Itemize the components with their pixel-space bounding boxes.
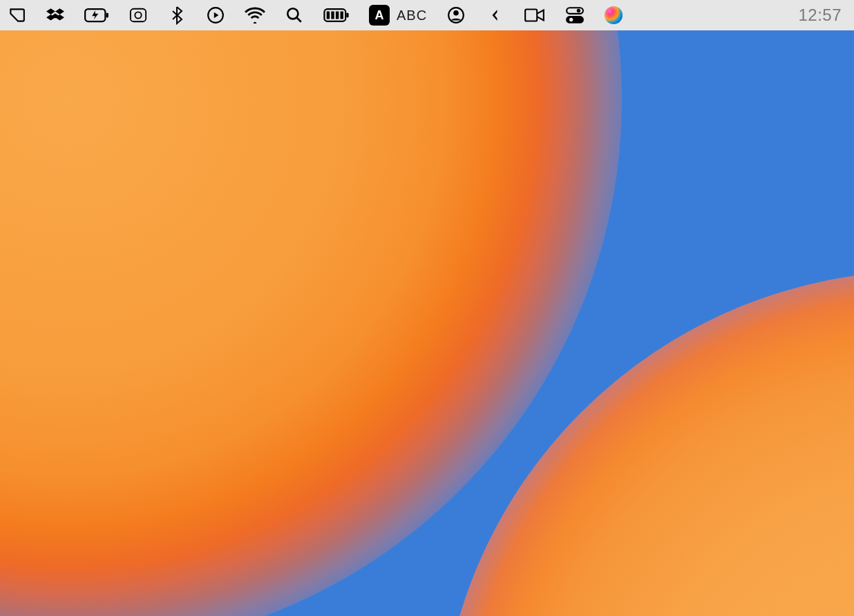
svg-rect-15	[567, 8, 583, 14]
now-playing-icon[interactable]	[206, 0, 225, 30]
svg-point-14	[453, 10, 459, 16]
menubar: A ABC 12:57	[0, 0, 854, 30]
battery-charging-icon[interactable]	[84, 0, 109, 30]
user-account-icon[interactable]	[446, 0, 466, 30]
airplay-icon[interactable]	[7, 0, 26, 30]
svg-rect-2	[131, 9, 146, 22]
chevron-left-icon[interactable]	[485, 0, 504, 30]
dropbox-icon[interactable]	[46, 0, 65, 30]
desktop-wallpaper	[0, 30, 854, 616]
bluetooth-icon[interactable]	[167, 0, 187, 30]
input-source-label[interactable]: ABC	[397, 8, 427, 23]
svg-rect-9	[327, 12, 330, 19]
svg-point-5	[287, 8, 298, 19]
menubar-clock[interactable]: 12:57	[798, 6, 847, 25]
svg-rect-8	[346, 13, 348, 18]
svg-rect-1	[106, 13, 108, 18]
svg-line-6	[296, 17, 301, 22]
input-source-icon[interactable]: A	[369, 0, 390, 30]
wifi-icon[interactable]	[245, 0, 265, 30]
svg-point-3	[135, 12, 141, 18]
svg-point-18	[569, 18, 573, 21]
spotlight-search-icon[interactable]	[285, 0, 304, 30]
svg-point-16	[577, 9, 580, 12]
input-source-badge: A	[369, 5, 390, 26]
control-center-icon[interactable]	[565, 0, 585, 30]
siri-icon[interactable]	[604, 0, 623, 30]
svg-rect-11	[336, 12, 339, 19]
screenshot-icon[interactable]	[129, 0, 148, 30]
svg-rect-12	[341, 12, 343, 19]
battery-status-icon[interactable]	[323, 0, 350, 30]
svg-rect-10	[331, 12, 334, 19]
svg-rect-17	[567, 17, 583, 23]
video-conference-icon[interactable]	[524, 0, 546, 30]
